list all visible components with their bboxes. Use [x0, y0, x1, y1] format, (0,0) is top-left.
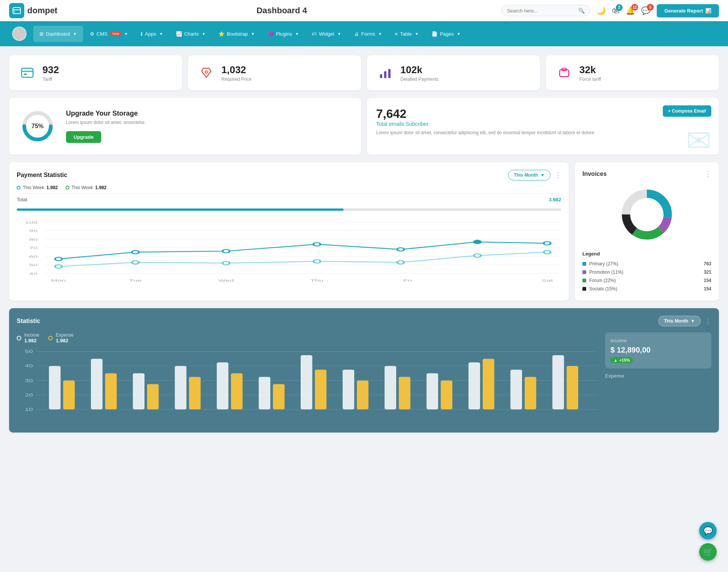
logo: dompet — [9, 3, 62, 18]
legend-dot-green — [66, 186, 69, 190]
payment-progress-bar — [17, 208, 561, 211]
storage-desc: Lorem ipsum dolor sit amet, onsectetur. — [66, 120, 146, 125]
svg-rect-67 — [133, 373, 144, 409]
navbar: ⊞ Dashboard ▼ ⚙ CMS New ▼ ℹ Apps ▼ 📈 Cha… — [0, 21, 728, 46]
legend-item-2: This Week 1.982 — [66, 185, 107, 190]
chevron-down-icon-stat: ▼ — [690, 318, 695, 324]
sidebar-item-cms[interactable]: ⚙ CMS New ▼ — [84, 26, 134, 42]
email-background-icon: ✉ — [686, 123, 711, 155]
force-info: 32k Force tariff — [579, 64, 601, 82]
upgrade-button[interactable]: Upgrade — [66, 131, 101, 143]
moon-icon[interactable]: 🌙 — [596, 6, 606, 15]
svg-text:80: 80 — [29, 237, 38, 241]
payment-filter-button[interactable]: This Month ▼ — [508, 170, 551, 180]
income-legend-item: Income 1.982 — [17, 332, 39, 343]
avatar — [12, 27, 27, 41]
email-number: 7,642 — [376, 107, 710, 121]
chevron-down-icon-charts: ▼ — [202, 32, 206, 36]
svg-point-29 — [132, 251, 139, 254]
chevron-down-icon-payment: ▼ — [540, 172, 545, 178]
logo-icon — [9, 3, 24, 18]
sidebar-item-plugins[interactable]: 💜 Plugins ▼ — [262, 26, 305, 42]
plugins-icon: 💜 — [268, 31, 274, 37]
search-box[interactable]: 🔍 — [501, 5, 590, 16]
search-input[interactable] — [507, 8, 575, 14]
statistic-section: Statistic This Month ▼ ⋮ Income 1.982 — [9, 308, 719, 433]
invoices-title: Invoices — [582, 171, 607, 177]
income-legend-val: 1.982 — [24, 338, 39, 343]
legend-list: Primary (27%) 763 Promotion (11%) 321 — [582, 260, 711, 293]
forum-label: Forum (22%) — [589, 278, 616, 283]
invoices-donut-svg — [617, 184, 677, 245]
legend-row-socials: Socials (15%) 154 — [582, 285, 711, 293]
socials-label: Socials (15%) — [589, 286, 617, 291]
chart-icon: 📊 — [705, 8, 711, 14]
chevron-down-icon-widget: ▼ — [337, 32, 341, 36]
income-badge: ▲ +15% — [610, 357, 633, 363]
svg-text:50: 50 — [25, 349, 33, 354]
compose-email-button[interactable]: + Compose Email — [663, 105, 711, 117]
legend-row-forum: Forum (22%) 154 — [582, 276, 711, 285]
bar-chart-area: Income 1.982 Expense 1.982 — [17, 332, 598, 425]
email-subtitle: Total emails Subcriber. — [376, 121, 710, 127]
chat-icon[interactable]: 💬 5 — [641, 6, 651, 15]
sidebar-item-forms[interactable]: 🖨 Forms ▼ — [348, 26, 388, 42]
sidebar-item-pages[interactable]: 📄 Pages ▼ — [425, 26, 467, 42]
stat-legend-row: Income 1.982 Expense 1.982 — [17, 332, 598, 343]
statistic-filter-button[interactable]: This Month ▼ — [658, 316, 701, 326]
charts-nav-icon: 📈 — [176, 31, 182, 37]
sidebar-item-charts[interactable]: 📈 Charts ▼ — [170, 26, 212, 42]
svg-rect-75 — [301, 355, 312, 409]
price-number: 1,032 — [221, 64, 251, 76]
legend-val-2: 1.982 — [95, 185, 107, 190]
svg-rect-81 — [427, 373, 438, 409]
svg-text:40: 40 — [29, 271, 38, 276]
nav-label-bootstrap: Bootstrap — [227, 31, 248, 37]
sidebar-item-widget[interactable]: 🏷 Widget ▼ — [306, 26, 347, 42]
nav-label-pages: Pages — [440, 31, 454, 37]
payment-legend: This Week 1.982 This Week 1.982 — [17, 185, 561, 190]
svg-text:60: 60 — [29, 254, 38, 259]
generate-report-button[interactable]: Generate Report 📊 — [657, 4, 719, 17]
apps-icon: ℹ — [141, 31, 143, 37]
sidebar-item-table[interactable]: ≡ Table ▼ — [389, 26, 425, 42]
svg-rect-84 — [483, 359, 494, 409]
svg-point-3 — [16, 35, 23, 40]
sidebar-item-dashboard[interactable]: ⊞ Dashboard ▼ — [33, 26, 83, 42]
svg-rect-80 — [399, 377, 411, 409]
invoices-more-icon[interactable]: ⋮ — [704, 170, 711, 178]
shop-icon[interactable]: 🛍 2 — [612, 6, 620, 15]
promo-dot — [582, 270, 586, 274]
chevron-down-icon: ▼ — [73, 32, 77, 36]
nav-avatar[interactable] — [6, 21, 33, 46]
statistic-header: Statistic This Month ▼ ⋮ — [17, 316, 711, 326]
payment-title: Payment Statistic — [17, 172, 67, 179]
payment-more-icon[interactable]: ⋮ — [554, 171, 561, 179]
payments-number: 102k — [400, 64, 439, 76]
chevron-down-icon-table: ▼ — [415, 32, 419, 36]
income-badge-value: +15% — [619, 358, 630, 362]
svg-point-30 — [223, 249, 229, 253]
bell-icon[interactable]: 🔔 12 — [626, 6, 635, 15]
payment-statistic-card: Payment Statistic This Month ▼ ⋮ This We… — [9, 162, 569, 301]
price-icon — [197, 64, 215, 82]
nav-label-table: Table — [400, 31, 412, 37]
statistic-more-icon[interactable]: ⋮ — [704, 317, 711, 325]
svg-rect-87 — [552, 355, 564, 409]
svg-rect-5 — [24, 74, 27, 75]
svg-point-38 — [313, 260, 320, 263]
cms-icon: ⚙ — [90, 31, 94, 37]
sidebar-item-bootstrap[interactable]: ⭐ Bootstrap ▼ — [212, 26, 261, 42]
invoices-header: Invoices ⋮ — [582, 170, 711, 178]
widget-icon: 🏷 — [312, 31, 317, 37]
svg-text:Fri: Fri — [403, 279, 412, 283]
socials-dot — [582, 287, 586, 291]
primary-label: Primary (27%) — [589, 261, 618, 266]
promo-label: Promotion (11%) — [589, 270, 623, 275]
nav-label-widget: Widget — [319, 31, 334, 37]
sidebar-item-apps[interactable]: ℹ Apps ▼ — [135, 26, 169, 42]
dashboard-icon: ⊞ — [39, 31, 44, 37]
bar-chart-svg: 50 40 30 20 10 — [17, 348, 598, 424]
svg-rect-88 — [566, 366, 578, 409]
svg-rect-72 — [231, 373, 243, 409]
